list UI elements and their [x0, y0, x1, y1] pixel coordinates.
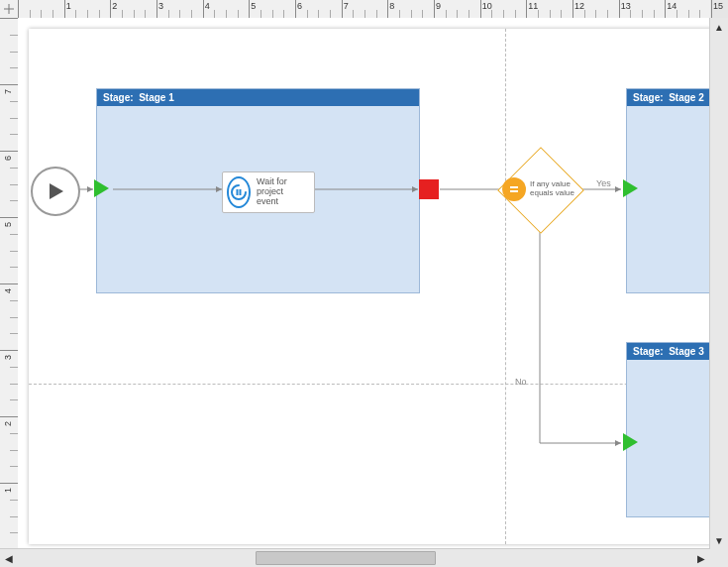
- page-break-horizontal: [29, 384, 710, 385]
- stage-name: Stage 1: [139, 92, 174, 103]
- equals-icon: [502, 177, 526, 201]
- node-label: Wait for project event: [257, 177, 306, 207]
- scroll-track[interactable]: [712, 36, 726, 531]
- enter-stage-icon[interactable]: [623, 433, 638, 451]
- stage-prefix: Stage:: [633, 92, 664, 103]
- designer-root: 123456789101112131415 76543210 Stage: St…: [0, 0, 728, 567]
- scrollbar-vertical[interactable]: ▲ ▼: [709, 18, 728, 549]
- scroll-track[interactable]: [18, 549, 692, 567]
- stage-prefix: Stage:: [633, 346, 664, 357]
- connector-label-yes: Yes: [596, 178, 611, 188]
- svg-rect-8: [237, 189, 239, 195]
- swimlane-header: Stage: Stage 2: [627, 89, 710, 106]
- svg-marker-7: [50, 183, 63, 199]
- ruler-vertical[interactable]: 76543210: [0, 18, 19, 549]
- scroll-up-arrow[interactable]: ▲: [710, 18, 728, 36]
- condition-content: If any value equals value: [502, 177, 581, 201]
- stage-transition-stop[interactable]: [419, 179, 439, 199]
- enter-stage-icon[interactable]: [623, 179, 638, 197]
- swimlane-header: Stage: Stage 3: [627, 343, 710, 360]
- swimlane-header: Stage: Stage 1: [97, 89, 419, 106]
- condition-label: If any value equals value: [530, 180, 581, 198]
- scrollbar-horizontal[interactable]: ◀ ▶: [0, 548, 710, 567]
- stage-name: Stage 3: [669, 346, 704, 357]
- play-icon: [45, 180, 66, 202]
- stage-prefix: Stage:: [103, 92, 134, 103]
- scroll-thumb[interactable]: [256, 551, 436, 565]
- stage-name: Stage 2: [669, 92, 704, 103]
- ruler-corner[interactable]: [0, 0, 19, 19]
- canvas-viewport[interactable]: Stage: Stage 1 Stage: Stage 2 Stage: Sta…: [18, 18, 710, 549]
- svg-rect-9: [240, 189, 242, 195]
- page-break-vertical: [505, 29, 506, 544]
- ruler-horizontal[interactable]: 123456789101112131415: [18, 0, 710, 19]
- swimlane-stage-3[interactable]: Stage: Stage 3: [626, 342, 710, 517]
- scroll-corner: [710, 549, 728, 567]
- scroll-right-arrow[interactable]: ▶: [692, 549, 710, 567]
- scroll-left-arrow[interactable]: ◀: [0, 549, 18, 567]
- swimlane-stage-2[interactable]: Stage: Stage 2: [626, 88, 710, 293]
- workflow-start[interactable]: [31, 167, 80, 216]
- canvas-page[interactable]: Stage: Stage 1 Stage: Stage 2 Stage: Sta…: [29, 29, 710, 544]
- pause-icon: [227, 176, 251, 208]
- node-wait-for-event[interactable]: Wait for project event: [222, 171, 315, 213]
- scroll-down-arrow[interactable]: ▼: [710, 531, 728, 549]
- connector-label-no: No: [515, 377, 527, 387]
- enter-stage-icon[interactable]: [94, 179, 109, 197]
